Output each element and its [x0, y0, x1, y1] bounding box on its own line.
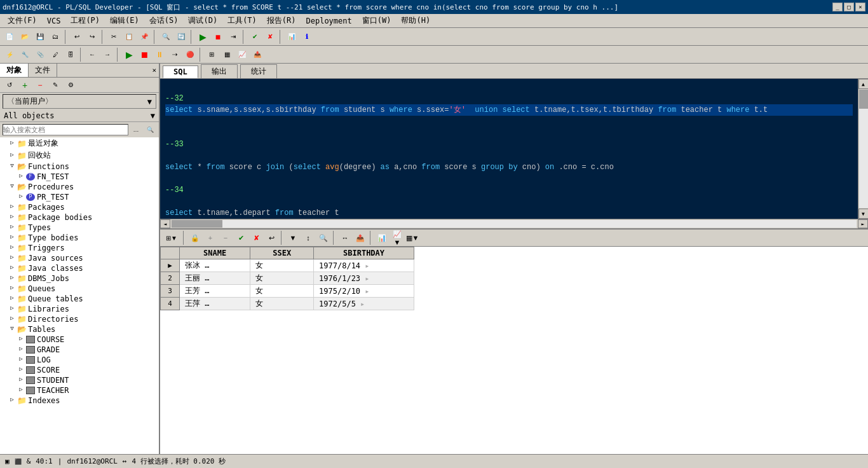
tb2-b2[interactable]: 🔧 [18, 48, 32, 62]
tree-item-java-sources[interactable]: ▷ 📁 Java sources [0, 253, 159, 263]
tree-item-log[interactable]: ▷ LOG [0, 355, 159, 365]
obj-tb-edit[interactable]: ✎ [48, 78, 62, 92]
tree-item-teacher[interactable]: ▷ TEACHER [0, 385, 159, 396]
menu-tools[interactable]: 工具(T) [222, 14, 262, 27]
tree-item-package-bodies[interactable]: ▷ 📁 Package bodies [0, 212, 159, 223]
current-user-selector[interactable]: 〈当前用户〉 ▼ [3, 94, 156, 109]
cols-btn[interactable]: ↔ [338, 231, 352, 245]
tree-item-recent[interactable]: ▷ 📁 最近对象 [0, 137, 159, 149]
restore-button[interactable]: □ [844, 3, 854, 11]
filter-button[interactable]: … [130, 123, 142, 136]
menu-session[interactable]: 会话(S) [144, 14, 184, 27]
tree-item-student[interactable]: ▷ STUDENT [0, 375, 159, 385]
filter-clear[interactable]: 🔍 [144, 123, 156, 136]
tb2-b4[interactable]: 🖊 [48, 48, 62, 62]
left-panel-close[interactable]: × [149, 66, 159, 74]
row-selector[interactable]: 4 [161, 298, 180, 310]
col-header-ssex[interactable]: SSEX [250, 247, 314, 259]
tb-paste[interactable]: 📌 [137, 30, 151, 44]
chart-btn[interactable]: 📊 [375, 231, 389, 245]
close-button[interactable]: × [855, 3, 865, 11]
tb2-step2[interactable]: ⇢ [168, 48, 182, 62]
chart2-btn[interactable]: 📈▼ [390, 231, 404, 245]
tree-item-functions[interactable]: ▽ 📂 Functions [0, 162, 159, 172]
search-rs-btn[interactable]: 🔍 [316, 231, 330, 245]
tree-item-triggers[interactable]: ▷ 📁 Triggers [0, 243, 159, 253]
menu-help[interactable]: 帮助(H) [396, 14, 435, 27]
menu-deployment[interactable]: Deployment [301, 15, 357, 27]
tb-info[interactable]: ℹ [300, 30, 314, 44]
obj-tb-plus[interactable]: + [18, 78, 32, 92]
tb-stop[interactable]: ■ [211, 30, 225, 44]
tab-output[interactable]: 输出 [201, 64, 238, 78]
tb2-grid[interactable]: ⊞ [205, 48, 219, 62]
tb-find[interactable]: 🔍 [159, 30, 173, 44]
sql-vscroll[interactable]: ▲ ▼ [858, 79, 868, 219]
menu-debug[interactable]: 调试(D) [183, 14, 222, 27]
all-objects-bar[interactable]: All objects ▼ [0, 110, 159, 122]
tb-open[interactable]: 📂 [18, 30, 32, 44]
tb2-pause[interactable]: ⏸ [153, 48, 166, 62]
tb-compile[interactable]: ▶ [196, 30, 210, 44]
tree-item-tables[interactable]: ▽ 📂 Tables [0, 324, 159, 334]
tree-item-directories[interactable]: ▷ 📁 Directories [0, 314, 159, 324]
tb-copy[interactable]: 📋 [122, 30, 136, 44]
tree-item-queue-tables[interactable]: ▷ 📁 Queue tables [0, 294, 159, 304]
tb-save[interactable]: 💾 [33, 30, 47, 44]
vscroll-track[interactable] [859, 90, 868, 208]
tree-item-indexes[interactable]: ▷ 📁 Indexes [0, 396, 159, 406]
menu-vcs[interactable]: VCS [42, 15, 66, 27]
tab-sql[interactable]: SQL [163, 65, 198, 78]
tb-commit[interactable]: ✔ [248, 30, 262, 44]
tree-item-fn-test[interactable]: ▷ F FN_TEST [0, 172, 159, 182]
tb2-b1[interactable]: ⚡ [3, 48, 17, 62]
search-input[interactable] [3, 124, 128, 135]
tb2-b5[interactable]: 🗄 [64, 48, 78, 62]
tb-new[interactable]: 📄 [3, 30, 17, 44]
vscroll-thumb[interactable] [859, 90, 868, 109]
tree-item-type-bodies[interactable]: ▷ 📁 Type bodies [0, 233, 159, 243]
tab-file[interactable]: 文件 [29, 64, 57, 77]
menu-report[interactable]: 报告(R) [262, 14, 301, 27]
menu-window[interactable]: 窗口(W) [357, 14, 397, 27]
cancel-btn[interactable]: ✘ [249, 231, 263, 245]
tb-undo[interactable]: ↩ [70, 30, 84, 44]
tree-item-score[interactable]: ▷ SCORE [0, 365, 159, 375]
tb-saveall[interactable]: 🗂 [48, 30, 62, 44]
menu-file[interactable]: 文件(F) [3, 14, 42, 27]
vscroll-up-arrow[interactable]: ▲ [858, 79, 869, 89]
tb2-stop[interactable]: ⏹ [137, 48, 151, 62]
grid-view-btn[interactable]: ⊞▼ [163, 231, 180, 245]
tb-redo[interactable]: ↪ [85, 30, 99, 44]
row-selector[interactable]: 2 [161, 272, 180, 285]
row-selector[interactable]: 3 [161, 285, 180, 298]
obj-tb-props[interactable]: ⚙ [64, 78, 78, 92]
tree-item-packages[interactable]: ▷ 📁 Packages [0, 202, 159, 212]
grid2-btn[interactable]: ▦▼ [405, 231, 419, 245]
tree-item-recycle[interactable]: ▷ 📁 回收站 [0, 149, 159, 162]
export-btn[interactable]: 📤 [353, 231, 367, 245]
editor-hscroll[interactable]: ◄ ► [160, 219, 868, 229]
tb2-break[interactable]: 🔴 [183, 48, 197, 62]
col-header-sbirthday[interactable]: SBIRTHDAY [314, 247, 414, 259]
tree-item-libraries[interactable]: ▷ 📁 Libraries [0, 304, 159, 314]
lock-btn[interactable]: 🔒 [188, 231, 202, 245]
hscroll-track[interactable] [172, 220, 857, 228]
col-header-sname[interactable]: SNAME [180, 247, 250, 259]
undo-btn[interactable]: ↩ [264, 231, 278, 245]
sort-btn[interactable]: ↕ [301, 231, 315, 245]
del-row-btn[interactable]: − [219, 231, 233, 245]
tb-step[interactable]: ⇥ [226, 30, 240, 44]
tab-object[interactable]: 对象 [0, 64, 29, 77]
tb2-table[interactable]: ▦ [220, 48, 234, 62]
tree-item-grade[interactable]: ▷ GRADE [0, 345, 159, 355]
add-row-btn[interactable]: + [203, 231, 217, 245]
tb-replace[interactable]: 🔄 [174, 30, 188, 44]
tree-item-types[interactable]: ▷ 📁 Types [0, 223, 159, 233]
row-selector[interactable]: ▶ [161, 259, 180, 272]
minimize-button[interactable]: _ [832, 3, 843, 11]
tb2-export[interactable]: 📤 [250, 48, 264, 62]
menu-project[interactable]: 工程(P) [65, 14, 105, 27]
tree-item-dbms-jobs[interactable]: ▷ 📁 DBMS_Jobs [0, 273, 159, 284]
filter-rs-btn[interactable]: ▼ [286, 231, 300, 245]
